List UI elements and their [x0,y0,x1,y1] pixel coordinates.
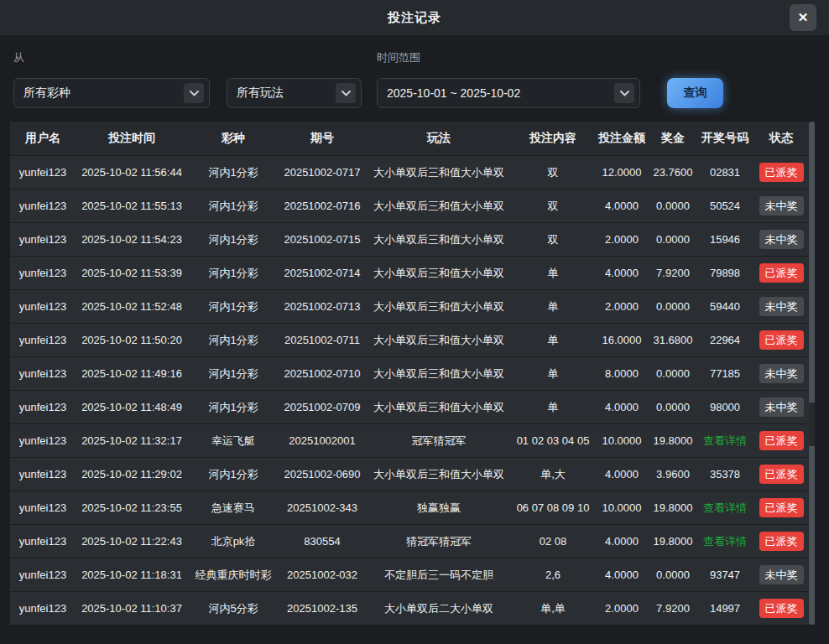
cell-play: 大小单双后三和值大小单双 [366,232,512,247]
cell-username: yunfei123 [10,367,76,380]
cell-lottery: 河内1分彩 [188,232,279,247]
cell-lottery: 河内1分彩 [188,199,279,214]
cell-content: 单 [512,366,594,382]
cell-issue: 20251002001 [279,434,366,447]
cell-play: 大小单双后三和值大小单双 [366,299,512,314]
view-details-link[interactable]: 查看详情 [703,535,747,548]
cell-play: 大小单双后三和值大小单双 [366,165,512,180]
cell-lottery: 北京pk拾 [188,534,279,549]
cell-issue: 20251002-032 [279,569,366,581]
cell-content: 单 [512,333,594,348]
cell-content: 02 08 [512,535,594,548]
cell-prize: 31.6800 [649,334,696,346]
cell-issue: 20251002-0716 [279,200,366,212]
view-details-link[interactable]: 查看详情 [703,434,747,447]
cell-issue: 830554 [279,535,366,548]
scrollbar-thumb[interactable] [809,402,815,446]
cell-status: 已派奖 [753,599,809,619]
status-badge: 已派奖 [759,163,804,183]
cell-amount: 2.0000 [594,602,649,615]
bet-records-table: 用户名投注时间彩种期号玩法投注内容投注金额奖金开奖号码状态 yunfei123 … [10,122,815,625]
cell-status: 未中奖 [753,397,809,418]
cell-content: 单,大 [512,467,594,482]
play-type-select[interactable]: 所有玩法 [227,78,362,108]
cell-status: 未中奖 [753,364,809,384]
lottery-type-select[interactable]: 所有彩种 [13,78,210,108]
cell-username: yunfei123 [10,434,76,447]
cell-bet-time: 2025-10-02 11:32:17 [76,434,188,447]
view-details-link[interactable]: 查看详情 [703,501,747,514]
page-title: 投注记录 [388,10,441,26]
cell-bet-time: 2025-10-02 11:48:49 [76,401,188,413]
cell-prize: 23.7600 [649,166,696,179]
column-header: 状态 [753,131,809,146]
cell-username: yunfei123 [10,200,76,212]
cell-amount: 2.0000 [594,300,649,313]
column-header: 用户名 [10,131,76,146]
cell-draw-number: 79898 [696,267,753,279]
cell-draw-number: 35378 [696,468,753,480]
cell-amount: 8.0000 [594,367,649,380]
cell-bet-time: 2025-10-02 11:49:16 [76,367,188,380]
cell-lottery: 急速赛马 [188,501,279,516]
cell-draw-number: 02831 [696,166,753,179]
column-header: 投注时间 [76,131,188,146]
table-header-row: 用户名投注时间彩种期号玩法投注内容投注金额奖金开奖号码状态 [10,122,815,155]
table-row: yunfei123 2025-10-02 11:18:31 经典重庆时时彩 20… [10,558,815,591]
cell-prize: 19.8000 [649,434,696,447]
cell-lottery: 幸运飞艇 [188,434,279,449]
cell-play: 冠军猜冠军 [366,434,512,449]
close-button[interactable]: ✕ [790,4,816,31]
cell-bet-time: 2025-10-02 11:18:31 [76,569,188,581]
cell-status: 未中奖 [753,196,809,216]
cell-play: 大小单双后三和值大小单双 [366,400,512,415]
table-row: yunfei123 2025-10-02 11:56:44 河内1分彩 2025… [10,155,815,189]
cell-amount: 4.0000 [594,569,649,581]
cell-status: 已派奖 [753,465,809,485]
cell-prize: 19.8000 [649,535,696,548]
cell-username: yunfei123 [10,569,76,581]
cell-draw-number: 77185 [696,367,753,380]
table-row: yunfei123 2025-10-02 11:22:43 北京pk拾 8305… [10,524,815,558]
cell-lottery: 河内1分彩 [188,333,279,348]
cell-username: yunfei123 [10,334,76,346]
cell-bet-time: 2025-10-02 11:29:02 [76,468,188,480]
scrollbar-track[interactable] [809,122,815,625]
cell-issue: 20251002-343 [279,501,366,514]
table-row: yunfei123 2025-10-02 11:10:37 河内5分彩 2025… [10,591,815,625]
cell-content: 单 [512,400,594,415]
table-row: yunfei123 2025-10-02 11:54:23 河内1分彩 2025… [10,222,815,256]
time-range-select[interactable]: 2025-10-01 ~ 2025-10-02 [377,78,640,108]
cell-status: 已派奖 [753,498,809,518]
cell-amount: 4.0000 [594,200,649,212]
cell-issue: 20251002-0711 [279,334,366,346]
cell-status: 未中奖 [753,565,809,585]
column-header: 开奖号码 [696,131,753,146]
cell-prize: 0.0000 [649,300,696,313]
status-badge: 已派奖 [759,263,804,283]
table-row: yunfei123 2025-10-02 11:52:48 河内1分彩 2025… [10,289,815,323]
table-row: yunfei123 2025-10-02 11:50:20 河内1分彩 2025… [10,323,815,356]
cell-status: 已派奖 [753,163,809,183]
time-range-label: 时间范围 [377,50,420,65]
cell-play: 独赢独赢 [366,501,512,516]
query-button[interactable]: 查询 [667,78,723,108]
status-badge: 已派奖 [759,431,804,451]
cell-bet-time: 2025-10-02 11:22:43 [76,535,188,548]
cell-draw-number: 22964 [696,334,753,346]
table-body: yunfei123 2025-10-02 11:56:44 河内1分彩 2025… [10,155,815,625]
cell-draw-number: 15946 [696,233,753,246]
close-icon: ✕ [798,10,809,24]
status-badge: 已派奖 [759,498,804,518]
cell-play: 大小单双后三和值大小单双 [366,199,512,214]
play-type-select-value: 所有玩法 [237,86,284,101]
table-row: yunfei123 2025-10-02 11:32:17 幸运飞艇 20251… [10,423,815,457]
cell-bet-time: 2025-10-02 11:55:13 [76,200,188,212]
cell-amount: 4.0000 [594,401,649,413]
column-header: 投注内容 [512,131,594,146]
cell-content: 双 [512,165,594,180]
cell-issue: 20251002-135 [279,602,366,615]
cell-prize: 7.9200 [649,602,696,615]
cell-play: 大小单双后三和值大小单双 [366,366,512,382]
cell-amount: 10.0000 [594,501,649,514]
